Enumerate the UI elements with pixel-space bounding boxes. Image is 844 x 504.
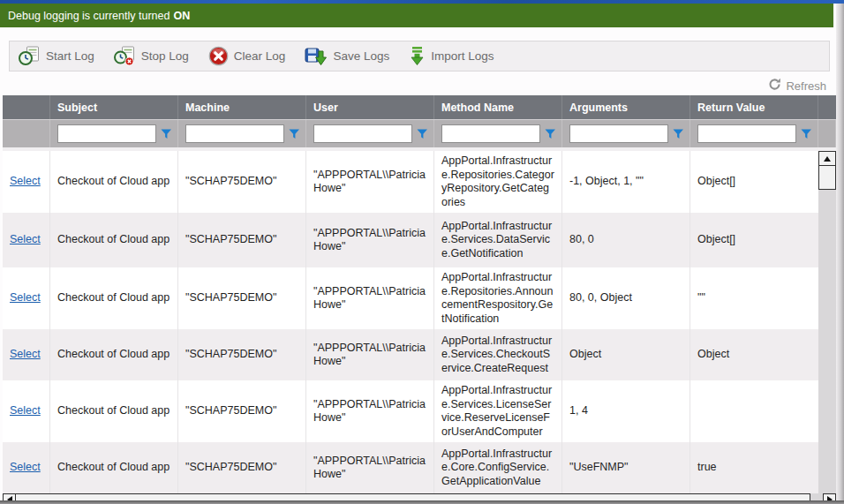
header-filler: [818, 95, 836, 119]
save-logs-button[interactable]: Save Logs: [305, 46, 389, 66]
select-link[interactable]: Select: [10, 404, 41, 418]
subject-cell: Checkout of Cloud app: [50, 267, 178, 329]
filter-arguments-cell: [562, 120, 690, 147]
debug-log-grid: Subject Machine User Method Name Argumen…: [3, 95, 836, 504]
method-name-cell: AppPortal.Infrastructure.Repositories.An…: [434, 267, 562, 329]
select-cell: Select: [3, 329, 50, 380]
subject-cell: Checkout of Cloud app: [50, 213, 178, 267]
header-return-value[interactable]: Return Value: [690, 95, 818, 119]
header-user[interactable]: User: [306, 95, 434, 119]
save-logs-icon: [305, 46, 328, 66]
select-link[interactable]: Select: [10, 291, 41, 305]
import-logs-icon: [409, 46, 426, 66]
scroll-up-button[interactable]: [818, 151, 836, 166]
method-name-cell: AppPortal.Infrastructure.Services.Licens…: [434, 380, 562, 442]
method-name-cell: AppPortal.Infrastructure.Repositories.Ca…: [434, 151, 562, 213]
select-link[interactable]: Select: [10, 348, 41, 362]
return-value-cell: Object: [690, 329, 818, 380]
user-cell: "APPPORTAL\\PatriciaHowe": [306, 151, 434, 213]
return-value-cell: Object[]: [690, 151, 818, 213]
method-name-cell: AppPortal.Infrastructure.Core.ConfigServ…: [434, 442, 562, 493]
table-row: Select Checkout of Cloud app "SCHAP75DEM…: [3, 442, 818, 493]
select-link[interactable]: Select: [10, 175, 41, 189]
filter-machine-cell: [178, 120, 306, 147]
filter-filler: [818, 120, 836, 147]
clear-log-button[interactable]: Clear Log: [208, 46, 286, 66]
filter-input-method-name[interactable]: [441, 124, 540, 143]
clear-log-icon: [208, 46, 229, 66]
return-value-cell: true: [690, 442, 818, 493]
log-toolbar: Start Log Stop Log: [9, 41, 830, 71]
header-select: [3, 95, 50, 119]
method-name-cell: AppPortal.Infrastructure.Services.DataSe…: [434, 213, 562, 267]
header-method-name[interactable]: Method Name: [434, 95, 562, 119]
start-log-label: Start Log: [46, 49, 94, 63]
filter-input-subject[interactable]: [57, 124, 156, 143]
select-cell: Select: [3, 267, 50, 329]
save-logs-label: Save Logs: [333, 49, 389, 63]
stop-log-label: Stop Log: [141, 49, 189, 63]
filter-return-value-cell: [690, 120, 818, 147]
filter-funnel-icon[interactable]: [417, 129, 428, 139]
vertical-scrollbar-thumb[interactable]: [818, 166, 836, 190]
import-logs-button[interactable]: Import Logs: [409, 46, 494, 66]
select-link[interactable]: Select: [10, 233, 41, 247]
refresh-button[interactable]: Refresh: [768, 78, 826, 94]
table-row: Select Checkout of Cloud app "SCHAP75DEM…: [3, 213, 818, 267]
debug-logging-banner: Debug logging is currently turned ON: [0, 4, 833, 27]
window-right-border: [836, 4, 844, 504]
filter-funnel-icon[interactable]: [289, 129, 300, 139]
refresh-icon: [768, 78, 781, 94]
header-arguments[interactable]: Arguments: [562, 95, 690, 119]
arguments-cell: 80, 0: [562, 213, 690, 267]
filter-input-arguments[interactable]: [569, 124, 668, 143]
vertical-scrollbar[interactable]: [818, 151, 836, 493]
grid-header-row: Subject Machine User Method Name Argumen…: [3, 95, 836, 119]
banner-status: ON: [173, 10, 190, 22]
arguments-cell: 1, 4: [562, 380, 690, 442]
machine-cell: "SCHAP75DEMO": [178, 213, 306, 267]
select-cell: Select: [3, 151, 50, 213]
arguments-cell: Object: [562, 329, 690, 380]
arguments-cell: -1, Object, 1, "": [562, 151, 690, 213]
grid-rows: Select Checkout of Cloud app "SCHAP75DEM…: [3, 151, 818, 493]
machine-cell: "SCHAP75DEMO": [178, 329, 306, 380]
refresh-label: Refresh: [786, 79, 826, 93]
filter-user-cell: [306, 120, 434, 147]
banner-message: Debug logging is currently turned: [8, 10, 170, 22]
machine-cell: "SCHAP75DEMO": [178, 442, 306, 493]
header-subject[interactable]: Subject: [50, 95, 178, 119]
arguments-cell: "UseFNMP": [562, 442, 690, 493]
subject-cell: Checkout of Cloud app: [50, 151, 178, 213]
filter-funnel-icon[interactable]: [673, 129, 684, 139]
clear-log-label: Clear Log: [234, 49, 286, 63]
table-row: Select Checkout of Cloud app "SCHAP75DEM…: [3, 151, 818, 213]
stop-log-icon: [114, 46, 136, 66]
header-machine[interactable]: Machine: [178, 95, 306, 119]
user-cell: "APPPORTAL\\PatriciaHowe": [306, 213, 434, 267]
select-link[interactable]: Select: [10, 461, 41, 475]
filter-funnel-icon[interactable]: [161, 129, 172, 139]
stop-log-button[interactable]: Stop Log: [114, 46, 189, 66]
table-row: Select Checkout of Cloud app "SCHAP75DEM…: [3, 329, 818, 380]
up-arrow-icon: [824, 156, 831, 162]
select-cell: Select: [3, 380, 50, 442]
start-log-icon: [19, 46, 41, 66]
machine-cell: "SCHAP75DEMO": [178, 151, 306, 213]
filter-method-name-cell: [434, 120, 562, 147]
filter-input-machine[interactable]: [185, 124, 284, 143]
select-cell: Select: [3, 442, 50, 493]
user-cell: "APPPORTAL\\PatriciaHowe": [306, 267, 434, 329]
filter-funnel-icon[interactable]: [545, 129, 556, 139]
user-cell: "APPPORTAL\\PatriciaHowe": [306, 380, 434, 442]
machine-cell: "SCHAP75DEMO": [178, 380, 306, 442]
subject-cell: Checkout of Cloud app: [50, 442, 178, 493]
grid-filter-row: [3, 119, 836, 147]
filter-funnel-icon[interactable]: [801, 129, 812, 139]
user-cell: "APPPORTAL\\PatriciaHowe": [306, 442, 434, 493]
filter-input-user[interactable]: [313, 124, 412, 143]
arguments-cell: 80, 0, Object: [562, 267, 690, 329]
return-value-cell: [690, 380, 818, 442]
filter-input-return-value[interactable]: [697, 124, 796, 143]
start-log-button[interactable]: Start Log: [19, 46, 94, 66]
